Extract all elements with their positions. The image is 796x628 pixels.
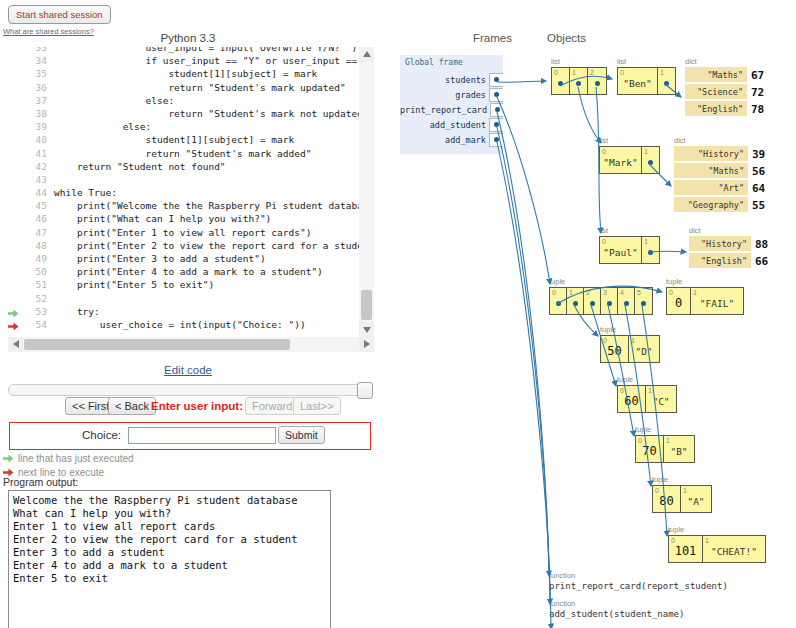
pointer-dot-icon <box>494 92 499 97</box>
tuple-cell: 00 <box>667 288 691 314</box>
variable-pointer-slot <box>489 118 503 132</box>
code-line: 37 else: <box>8 95 359 108</box>
line-gutter <box>8 227 21 240</box>
code-lines: 33 user_input = input("Overwrite Y/N? ")… <box>8 47 359 332</box>
line-number: 50 <box>21 266 54 279</box>
execution-slider[interactable] <box>8 384 372 396</box>
line-number: 40 <box>21 134 54 147</box>
cell-value: "CHEAT!" <box>703 546 765 557</box>
line-number: 33 <box>21 47 54 55</box>
pointer-arrow-students_list.1 <box>578 87 601 143</box>
python-tutor-app: Start shared session What are shared ses… <box>0 0 796 628</box>
submit-button[interactable]: Submit <box>278 426 325 444</box>
heap-object-mark_dict: dict"History"39"Maths"56"Art"64"Geograph… <box>674 136 765 214</box>
scroll-up-arrow-icon[interactable] <box>359 47 374 62</box>
tuple-cell: 0101 <box>669 536 703 562</box>
list-cell: 0 <box>552 68 570 94</box>
last-button[interactable]: Last>> <box>293 397 341 415</box>
pointer-dot-icon <box>624 301 629 306</box>
edit-code-link[interactable]: Edit code <box>164 364 212 376</box>
line-number: 44 <box>21 187 54 200</box>
cell-index: 0 <box>669 289 673 296</box>
list-cell: 1 <box>642 147 659 173</box>
line-number: 51 <box>21 279 54 292</box>
code-line: 36 return "Student's mark updated" <box>8 82 359 95</box>
dict-value: 88 <box>751 236 768 251</box>
tuple-cell: 1"CHEAT!" <box>703 536 765 562</box>
variable-pointer-slot <box>489 73 503 87</box>
line-gutter <box>8 253 21 266</box>
cell-value: "C" <box>646 396 676 407</box>
dict-value: 67 <box>747 67 764 82</box>
frame-variable-row: print_report_card <box>400 102 503 117</box>
heap-object-grades_tuple: tuple012345 <box>549 277 653 315</box>
cell-index: 1 <box>683 487 687 494</box>
list-cell: 1 <box>570 68 588 94</box>
object-type-label: tuple <box>666 277 744 286</box>
tuple-cell: 4 <box>618 288 635 314</box>
dict-entry: "Geography"55 <box>674 197 765 212</box>
line-gutter <box>8 47 21 55</box>
program-output-label: Program output: <box>3 476 78 488</box>
cells-tuple: 0701"B" <box>635 435 695 463</box>
pointer-arrow-global.grades <box>497 97 550 284</box>
dict-entry: "English"66 <box>689 253 768 268</box>
object-type-label: tuple <box>668 525 766 534</box>
frame-variable-name: students <box>445 75 486 85</box>
horizontal-scroll-thumb[interactable] <box>24 339 290 350</box>
dict-key: "Art" <box>674 180 748 195</box>
pointer-dot-icon <box>648 160 653 165</box>
pointer-dot-icon <box>641 301 646 306</box>
object-type-label: list <box>617 57 676 66</box>
variable-pointer-slot <box>490 103 503 117</box>
choice-input[interactable] <box>128 427 276 444</box>
line-gutter <box>8 82 21 95</box>
heap-object-mark_list: list0"Mark"1 <box>599 136 660 174</box>
cell-index: 1 <box>631 337 635 344</box>
cells-tuple: 0801"A" <box>652 485 712 513</box>
line-text: return "Student's mark not updated" <box>54 108 359 121</box>
line-number: 37 <box>21 95 54 108</box>
line-text: print("What can I help you with?") <box>54 213 271 226</box>
line-number: 45 <box>21 200 54 213</box>
scroll-right-arrow-icon[interactable] <box>359 337 374 352</box>
dict-key: "Geography" <box>674 197 748 212</box>
horizontal-scrollbar[interactable] <box>8 337 374 352</box>
code-line: 34 if user_input == "Y" or user_input ==… <box>8 55 359 68</box>
cell-value: "FAIL" <box>691 298 743 309</box>
scroll-left-arrow-icon[interactable] <box>8 337 23 352</box>
variable-pointer-slot <box>489 133 503 147</box>
cell-value: "Ben" <box>618 78 657 89</box>
dict-key: "English" <box>685 101 747 116</box>
line-text: print("Enter 4 to add a mark to a studen… <box>54 266 323 279</box>
cell-index: 0 <box>655 487 659 494</box>
frame-variable-name: add_mark <box>445 135 486 145</box>
heap-object-students_list: list012 <box>551 57 607 95</box>
tuple-cell: 1"FAIL" <box>691 288 743 314</box>
code-line: 39 else: <box>8 121 359 134</box>
vertical-scroll-thumb[interactable] <box>361 290 372 320</box>
tuple-cell: 1"B" <box>664 436 694 462</box>
cell-index: 1 <box>648 387 652 394</box>
list-cell: 0"Paul" <box>600 237 642 263</box>
user-input-prompt: Enter user input: <box>151 400 243 412</box>
object-type-label: tuple <box>635 425 695 434</box>
cell-index: 0 <box>620 69 624 76</box>
pointer-dot-icon <box>648 250 653 255</box>
scroll-down-arrow-icon[interactable] <box>359 322 374 337</box>
pointer-dot-icon <box>664 81 669 86</box>
cell-index: 0 <box>638 437 642 444</box>
frame-variable-name: grades <box>455 90 486 100</box>
heap-object-t_101: tuple01011"CHEAT!" <box>668 525 766 563</box>
cell-index: 0 <box>671 537 675 544</box>
heap-object-ben_dict: dict"Maths"67"Science"72"English"78 <box>685 57 764 118</box>
tuple-cell: 1"C" <box>646 386 676 412</box>
pointer-arrow-global.students <box>497 81 546 82</box>
dict-value: 39 <box>748 146 765 161</box>
legend-just-executed: line that has just executed <box>3 451 134 465</box>
back-button[interactable]: < Back <box>108 397 156 415</box>
start-shared-session-button[interactable]: Start shared session <box>8 5 111 24</box>
code-line: 38 return "Student's mark not updated" <box>8 108 359 121</box>
line-gutter <box>8 108 21 121</box>
vertical-scrollbar[interactable] <box>359 47 374 337</box>
